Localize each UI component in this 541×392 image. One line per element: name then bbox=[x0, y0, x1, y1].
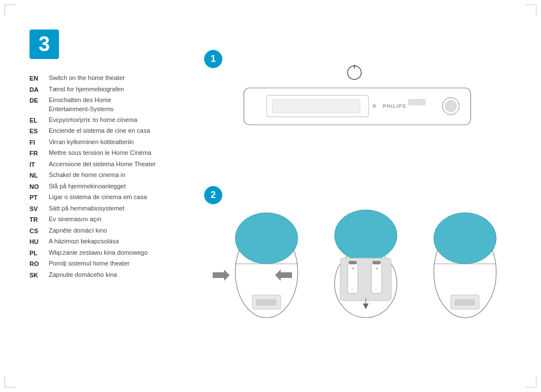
lang-code: PT bbox=[29, 193, 44, 203]
corner-mark-bl bbox=[5, 376, 16, 387]
lang-code: RO bbox=[29, 259, 44, 269]
instruction-row: ROPorniți sistemul home theater bbox=[29, 259, 200, 269]
lang-code: TR bbox=[29, 215, 44, 225]
step-number-badge: 3 bbox=[29, 29, 59, 59]
svg-rect-26 bbox=[373, 261, 381, 264]
lang-code: PL bbox=[29, 248, 44, 258]
lang-text: Ev sinemasını açın bbox=[49, 215, 102, 225]
lang-code: SV bbox=[29, 204, 44, 214]
lang-text: Enciende el sistema de cine en casa bbox=[49, 127, 150, 136]
svg-point-12 bbox=[235, 213, 298, 264]
lang-text: Sätt på hemmabiosystemet bbox=[49, 204, 124, 214]
lang-code: SK bbox=[29, 271, 44, 280]
instruction-row: DEEinschalten des HomeEntertainment-Syst… bbox=[29, 96, 200, 114]
svg-point-9 bbox=[445, 100, 457, 112]
instruction-row: NLSchakel de home cinema in bbox=[29, 171, 200, 180]
lang-text: A házimozi bekapcsolása bbox=[49, 237, 119, 247]
ht-unit-svg: PHILIPS bbox=[233, 62, 482, 150]
svg-text:+: + bbox=[352, 266, 354, 271]
lang-code: HU bbox=[29, 237, 44, 247]
lang-code: FI bbox=[29, 138, 44, 147]
svg-text:PHILIPS: PHILIPS bbox=[383, 103, 407, 109]
lang-text: Zapněte domácí kino bbox=[49, 226, 107, 236]
corner-mark-br bbox=[525, 376, 536, 387]
lang-text: Mettre sous tension le Home Cinéma bbox=[49, 149, 151, 158]
svg-text:+: + bbox=[375, 266, 378, 271]
lang-text: Ligar o sistema de cinema em casa bbox=[49, 193, 147, 203]
lang-text: Switch on the home theater bbox=[49, 74, 125, 83]
lang-code: FR bbox=[29, 149, 44, 158]
svg-point-19 bbox=[335, 210, 397, 261]
diagram2-badge: 2 bbox=[204, 186, 222, 204]
lang-text: Virran kytkeminen kotiteatteriin bbox=[49, 138, 134, 147]
lang-text: Porniți sistemul home theater bbox=[49, 259, 129, 269]
lang-code: CS bbox=[29, 226, 44, 236]
svg-rect-5 bbox=[272, 99, 360, 113]
lang-text: Zapnutie domáceho kina bbox=[49, 271, 117, 280]
instruction-row: PLWłączanie zestawu kina domowego bbox=[29, 248, 200, 258]
diagram2-container: 2 bbox=[204, 182, 510, 329]
lang-text: Accensione del sistema Home Theater bbox=[49, 160, 156, 170]
lang-text: Einschalten des HomeEntertainment-System… bbox=[49, 96, 113, 114]
corner-mark-tl bbox=[5, 5, 16, 16]
lang-code: DA bbox=[29, 85, 44, 95]
instruction-row: ELΕνεργοποιήστε το home cinema bbox=[29, 116, 200, 125]
lang-text: Włączanie zestawu kina domowego bbox=[49, 248, 147, 258]
svg-text:-: - bbox=[352, 286, 353, 292]
instruction-row: ENSwitch on the home theater bbox=[29, 74, 200, 83]
instruction-row: ESEnciende el sistema de cine en casa bbox=[29, 127, 200, 136]
diagram-area: 1 PHILIPS bbox=[204, 45, 522, 374]
svg-text:-: - bbox=[375, 286, 377, 292]
lang-code: ES bbox=[29, 127, 44, 136]
svg-rect-22 bbox=[349, 261, 357, 264]
step-number-text: 3 bbox=[39, 32, 50, 56]
lang-text: Schakel de home cinema in bbox=[49, 171, 125, 180]
instruction-row: CSZapněte domácí kino bbox=[29, 226, 200, 236]
lang-text: Tænd for hjemmebiografen bbox=[49, 85, 124, 95]
lang-code: NL bbox=[29, 171, 44, 180]
lang-code: EL bbox=[29, 116, 44, 125]
instruction-row: SVSätt på hemmabiosystemet bbox=[29, 204, 200, 214]
svg-rect-7 bbox=[408, 99, 425, 105]
diagram1-container: 1 PHILIPS bbox=[204, 45, 510, 159]
home-theater-unit: PHILIPS bbox=[233, 62, 482, 153]
lang-code: DE bbox=[29, 96, 44, 114]
instruction-row: TREv sinemasını açın bbox=[29, 215, 200, 225]
instruction-row: HUA házimozi bekapcsolása bbox=[29, 237, 200, 247]
lang-text: Ενεργοποιήστε το home cinema bbox=[49, 116, 137, 125]
instruction-row: NOSlå på hjemmekinoanlegget bbox=[29, 182, 200, 192]
instructions-panel: ENSwitch on the home theaterDATænd for h… bbox=[29, 74, 200, 281]
instruction-row: FIVirran kytkeminen kotiteatteriin bbox=[29, 138, 200, 147]
lang-text: Slå på hjemmekinoanlegget bbox=[49, 182, 126, 192]
diagram1-badge: 1 bbox=[204, 50, 222, 68]
svg-point-32 bbox=[434, 213, 496, 264]
svg-point-10 bbox=[373, 104, 376, 108]
lang-code: IT bbox=[29, 160, 44, 170]
corner-mark-tr bbox=[525, 5, 536, 16]
svg-rect-35 bbox=[455, 300, 475, 305]
remotes-svg: + - + - bbox=[210, 204, 516, 335]
lang-code: EN bbox=[29, 74, 44, 83]
instruction-row: PTLigar o sistema de cinema em casa bbox=[29, 193, 200, 203]
instruction-row: FRMettre sous tension le Home Cinéma bbox=[29, 149, 200, 158]
lang-code: NO bbox=[29, 182, 44, 192]
instruction-row: SKZapnutie domáceho kina bbox=[29, 271, 200, 280]
svg-marker-16 bbox=[213, 269, 230, 281]
instruction-row: ITAccensione del sistema Home Theater bbox=[29, 160, 200, 170]
svg-rect-15 bbox=[256, 300, 276, 305]
instruction-row: DATænd for hjemmebiografen bbox=[29, 85, 200, 95]
